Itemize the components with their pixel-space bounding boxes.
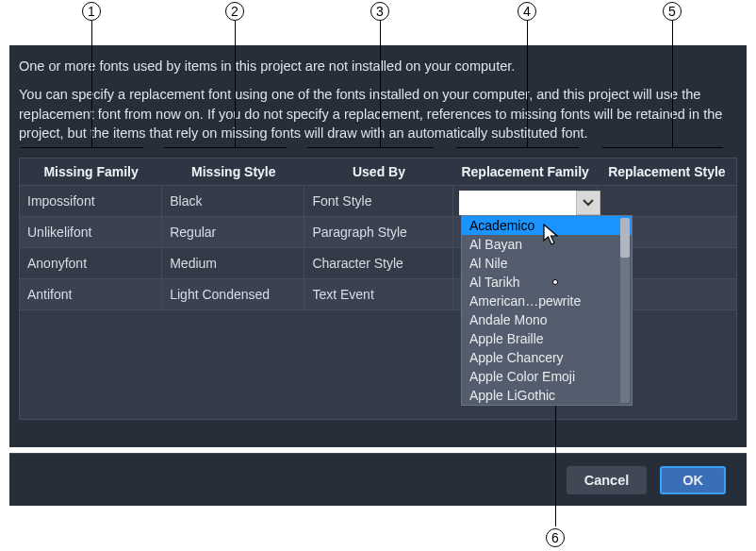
replacement-family-dropdown[interactable] xyxy=(459,191,600,215)
col-header-missing-style: Missing Style xyxy=(162,159,304,185)
cell-used-by: Paragraph Style xyxy=(304,217,452,247)
replacement-family-input[interactable] xyxy=(459,191,576,215)
cell-missing-style: Light Condensed xyxy=(162,279,304,309)
cancel-button[interactable]: Cancel xyxy=(567,466,648,494)
callout-5-label: 5 xyxy=(663,2,682,21)
table-row[interactable]: Impossifont Black Font Style xyxy=(20,186,736,217)
dialog-footer: Cancel OK xyxy=(9,453,747,506)
callout-2: 2 xyxy=(225,2,244,21)
cell-used-by: Font Style xyxy=(304,186,452,216)
cell-missing-style: Medium xyxy=(162,248,304,278)
cell-used-by: Character Style xyxy=(304,248,452,278)
missing-fonts-dialog: One or more fonts used by items in this … xyxy=(9,45,747,447)
cell-missing-family: Antifont xyxy=(20,279,162,309)
dropdown-toggle-button[interactable] xyxy=(576,191,600,215)
col-header-replacement-family: Replacement Family xyxy=(453,159,598,185)
cell-replacement-style[interactable] xyxy=(598,186,736,216)
dropdown-option[interactable]: Apple Braille xyxy=(462,329,632,348)
dropdown-option[interactable]: Apple Chancery xyxy=(462,348,632,367)
dropdown-option[interactable]: Apple Color Emoji xyxy=(462,367,632,386)
callout-6-marker xyxy=(552,279,558,285)
chevron-down-icon xyxy=(583,199,594,207)
callout-2-label: 2 xyxy=(225,2,244,21)
table-header-row: Missing Family Missing Style Used By Rep… xyxy=(20,159,736,186)
col-header-missing-family: Missing Family xyxy=(20,159,162,185)
missing-fonts-table: Missing Family Missing Style Used By Rep… xyxy=(19,158,737,420)
cell-missing-family: Impossifont xyxy=(20,186,162,216)
dropdown-option[interactable]: Andale Mono xyxy=(462,310,632,329)
cursor-icon xyxy=(543,224,562,250)
cell-missing-family: Unlikelifont xyxy=(20,217,162,247)
dropdown-option[interactable]: Apple LiGothic xyxy=(462,386,632,405)
callout-4: 4 xyxy=(518,2,536,21)
cell-missing-style: Black xyxy=(162,186,304,216)
callout-3-label: 3 xyxy=(370,2,389,21)
col-header-used-by: Used By xyxy=(304,159,452,185)
dropdown-scrollbar-thumb[interactable] xyxy=(620,218,630,258)
col-header-replacement-style: Replacement Style xyxy=(598,159,736,185)
callout-5: 5 xyxy=(663,2,682,21)
callout-4-label: 4 xyxy=(518,2,536,21)
callout-6: 6 xyxy=(546,528,565,547)
cell-missing-style: Regular xyxy=(162,217,304,247)
dropdown-option[interactable]: American…pewrite xyxy=(462,292,632,310)
dropdown-option[interactable]: Al Tarikh xyxy=(462,273,632,292)
callout-1-label: 1 xyxy=(82,2,101,21)
cell-used-by: Text Event xyxy=(304,279,452,309)
cell-missing-family: Anonyfont xyxy=(20,248,162,278)
intro-paragraph-2: You can specify a replacement font using… xyxy=(19,85,737,142)
ok-button[interactable]: OK xyxy=(660,466,726,494)
dropdown-option[interactable]: Al Nile xyxy=(462,254,632,273)
intro-paragraph-1: One or more fonts used by items in this … xyxy=(19,57,737,75)
callout-1: 1 xyxy=(82,2,101,21)
callout-3: 3 xyxy=(370,2,389,21)
callout-row-top: 1 2 3 4 5 xyxy=(0,2,756,30)
callout-6-label: 6 xyxy=(546,528,565,547)
